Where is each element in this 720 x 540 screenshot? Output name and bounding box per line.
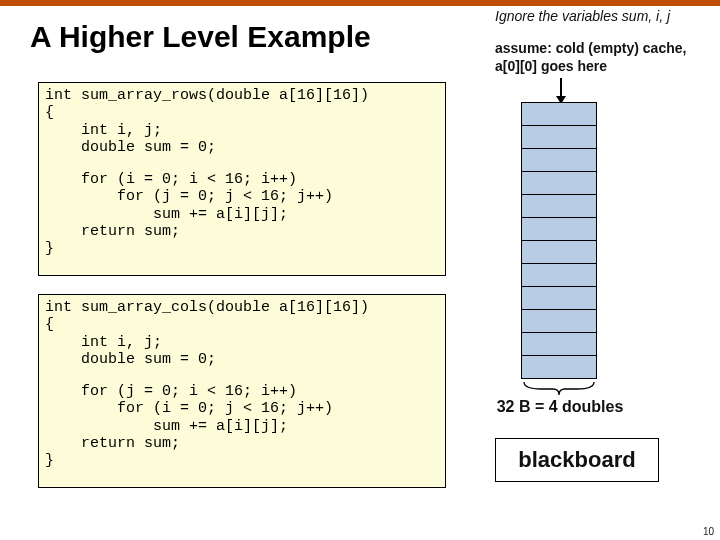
blackboard-box: blackboard (495, 438, 659, 482)
code-line: { (45, 316, 54, 333)
code-line: sum += a[i][j]; (45, 206, 288, 223)
page-number: 10 (703, 526, 714, 537)
brace-icon (523, 382, 595, 396)
code-box-cols: int sum_array_cols(double a[16][16]) { i… (38, 294, 446, 488)
code-line: for (i = 0; j < 16; j++) (45, 400, 333, 417)
cache-row (521, 171, 597, 195)
note-ignore-vars: Ignore the variables sum, i, j (495, 8, 670, 24)
cache-row (521, 286, 597, 310)
code-box-rows: int sum_array_rows(double a[16][16]) { i… (38, 82, 446, 276)
code-line: for (i = 0; i < 16; i++) (45, 171, 297, 188)
cache-row (521, 240, 597, 264)
code-line: double sum = 0; (45, 351, 216, 368)
cache-row (521, 194, 597, 218)
slide-body: A Higher Level Example Ignore the variab… (0, 6, 720, 540)
brace-label: 32 B = 4 doubles (495, 398, 625, 416)
code-line: sum += a[i][j]; (45, 418, 288, 435)
code-line: return sum; (45, 435, 180, 452)
code-line: int sum_array_cols(double a[16][16]) (45, 299, 369, 316)
blackboard-label: blackboard (518, 447, 635, 473)
code-line: for (j = 0; j < 16; j++) (45, 188, 333, 205)
cache-row (521, 355, 597, 379)
code-line: int i, j; (45, 122, 162, 139)
cache-row (521, 125, 597, 149)
cache-row (521, 102, 597, 126)
code-line: } (45, 240, 54, 257)
code-line: } (45, 452, 54, 469)
note-assume: assume: cold (empty) cache, a[0][0] goes… (495, 40, 705, 75)
code-line: double sum = 0; (45, 139, 216, 156)
slide-title: A Higher Level Example (30, 20, 371, 54)
code-line: int sum_array_rows(double a[16][16]) (45, 87, 369, 104)
cache-row (521, 217, 597, 241)
code-line: int i, j; (45, 334, 162, 351)
code-line: return sum; (45, 223, 180, 240)
cache-diagram (521, 102, 597, 379)
cache-row (521, 332, 597, 356)
cache-row (521, 148, 597, 172)
code-line: { (45, 104, 54, 121)
cache-row (521, 263, 597, 287)
cache-row (521, 309, 597, 333)
code-line: for (j = 0; i < 16; i++) (45, 383, 297, 400)
